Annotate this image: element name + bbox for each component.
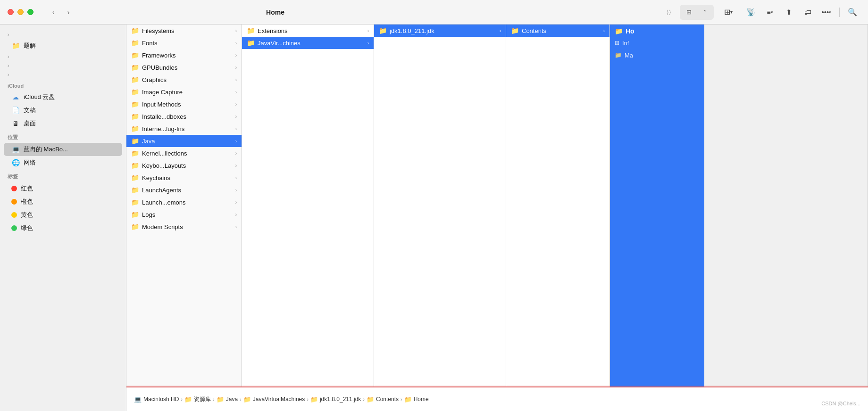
breadcrumb-contents[interactable]: 📁 Contents bbox=[367, 396, 399, 403]
sidebar-item-zhuomian[interactable]: 🖥 桌面 bbox=[4, 117, 122, 130]
sidebar-disclosure-4[interactable]: › bbox=[4, 70, 122, 79]
col1-keychains[interactable]: 📁 Keychains › bbox=[126, 172, 242, 184]
col4-contents[interactable]: 📁 Contents › bbox=[506, 25, 609, 37]
sidebar-item-macbook[interactable]: 💻 蓝冉的 MacBo... bbox=[4, 143, 122, 156]
sidebar-item-label-yellow: 黄色 bbox=[21, 211, 33, 219]
folder-icon: 📁 bbox=[615, 27, 623, 35]
maximize-button[interactable] bbox=[27, 9, 33, 15]
forward-button[interactable]: › bbox=[62, 6, 75, 19]
chevron-right-icon: › bbox=[235, 163, 237, 168]
computer-icon: 💻 bbox=[134, 396, 142, 403]
sidebar-item-label-macbook: 蓝冉的 MacBo... bbox=[24, 145, 68, 154]
sidebar-item-yellow-tag[interactable]: 黄色 bbox=[4, 208, 122, 222]
folder-icon: 📁 bbox=[131, 51, 139, 59]
breadcrumb-home[interactable]: 📁 Home bbox=[404, 396, 429, 403]
list-view-button[interactable]: ≡▾ bbox=[762, 6, 778, 19]
sidebar-item-green-tag[interactable]: 绿色 bbox=[4, 222, 122, 235]
column-view-button[interactable]: ⊞ bbox=[681, 6, 697, 19]
col1-modem-scripts[interactable]: 📁 Modem Scripts › bbox=[126, 221, 242, 233]
folder-icon: 📁 bbox=[511, 27, 519, 34]
col2-extensions[interactable]: 📁 Extensions › bbox=[242, 25, 374, 37]
sidebar-item-wengao[interactable]: 📄 文稿 bbox=[4, 104, 122, 117]
chevron-right-icon: › bbox=[235, 212, 237, 217]
sidebar-item-network[interactable]: 🌐 网络 bbox=[4, 156, 122, 169]
item-label: LaunchAgents bbox=[142, 187, 233, 194]
search-button[interactable]: 🔍 bbox=[844, 6, 860, 19]
breadcrumb-macintosh-hd[interactable]: 💻 Macintosh HD bbox=[134, 396, 179, 403]
col3-jdk[interactable]: 📁 jdk1.8.0_211.jdk › bbox=[374, 25, 506, 37]
col1-frameworks[interactable]: 📁 Frameworks › bbox=[126, 49, 242, 61]
col1-internet-plugins[interactable]: 📁 Interne...lug-Ins › bbox=[126, 123, 242, 135]
col1-keyboard-layouts[interactable]: 📁 Keybo...Layouts › bbox=[126, 159, 242, 172]
item-label: Contents bbox=[522, 27, 601, 34]
folder-icon: 📁 bbox=[131, 174, 139, 181]
sidebar-item-orange-tag[interactable]: 橙色 bbox=[4, 195, 122, 208]
col1-installedboxes[interactable]: 📁 Installe...dboxes › bbox=[126, 110, 242, 123]
sidebar-disclosure-2[interactable]: › bbox=[4, 52, 122, 61]
sidebar-favorites-disclosure[interactable]: › bbox=[4, 30, 122, 39]
breadcrumb-jdk[interactable]: 📁 jdk1.8.0_211.jdk bbox=[310, 396, 361, 403]
view-toggle-group: ⊞ ⌃ bbox=[680, 5, 714, 20]
share-button[interactable]: ⬆ bbox=[781, 6, 797, 19]
sidebar-disclosure-3[interactable]: › bbox=[4, 61, 122, 70]
folder-icon: 📁 bbox=[131, 198, 139, 206]
col1-kernel-collections[interactable]: 📁 Kernel...llections › bbox=[126, 147, 242, 159]
item-label: Installe...dboxes bbox=[142, 113, 233, 120]
folder-icon: 📁 bbox=[247, 39, 255, 47]
col1-logs[interactable]: 📁 Logs › bbox=[126, 208, 242, 221]
chevron-right-icon: › bbox=[235, 53, 237, 58]
item-label: JavaVir...chines bbox=[258, 40, 365, 47]
sidebar-item-label-red: 红色 bbox=[21, 184, 33, 193]
chevron-right-icon: › bbox=[235, 28, 237, 33]
toolbar-right: ⟩⟩ ⊞ ⌃ ⊞▾ 📡 ≡▾ ⬆ 🏷 •••▾ 🔍 bbox=[661, 5, 860, 20]
chevron-right-icon-3: › bbox=[8, 63, 13, 68]
folder-icon: 📁 bbox=[131, 211, 139, 218]
col5-inf[interactable]: ⊞ Inf bbox=[610, 37, 704, 49]
breadcrumb-jvm[interactable]: 📁 JavaVirtualMachines bbox=[243, 396, 305, 403]
col1-java[interactable]: 📁 Java › bbox=[126, 135, 242, 147]
folder-icon: 📁 bbox=[131, 88, 139, 96]
col1-input-methods[interactable]: 📁 Input Methods › bbox=[126, 98, 242, 110]
close-button[interactable] bbox=[8, 9, 14, 15]
col1-launchdaemons[interactable]: 📁 Launch...emons › bbox=[126, 196, 242, 208]
col5-header: 📁 Ho bbox=[610, 25, 704, 37]
breadcrumb-java[interactable]: 📁 Java bbox=[217, 396, 238, 403]
cloud-icon: ☁ bbox=[11, 93, 20, 101]
sidebar-item-tiji[interactable]: 📁 题解 bbox=[4, 39, 122, 52]
expand-sidebar-button[interactable]: ⟩⟩ bbox=[661, 6, 677, 19]
col1-graphics[interactable]: 📁 Graphics › bbox=[126, 74, 242, 86]
minimize-button[interactable] bbox=[17, 9, 24, 15]
col1-launchagents[interactable]: 📁 LaunchAgents › bbox=[126, 184, 242, 196]
chevron-right-icon: › bbox=[367, 41, 369, 46]
col1-filesystems[interactable]: 📁 Filesystems › bbox=[126, 25, 242, 37]
green-tag-dot bbox=[11, 225, 17, 231]
col1-gpubundles[interactable]: 📁 GPUBundles › bbox=[126, 61, 242, 74]
back-button[interactable]: ‹ bbox=[47, 6, 60, 19]
folder-icon: 📁 bbox=[247, 27, 255, 34]
tag-button[interactable]: 🏷 bbox=[800, 6, 816, 19]
chevron-right-icon: › bbox=[235, 188, 237, 193]
folder-icon: 📁 bbox=[131, 39, 139, 47]
breadcrumb-ziliaoku[interactable]: 📁 资源库 bbox=[184, 395, 211, 403]
item-label: Filesystems bbox=[142, 27, 233, 34]
orange-tag-dot bbox=[11, 199, 17, 205]
chevron-right-icon: › bbox=[235, 102, 237, 107]
col1-image-capture[interactable]: 📁 Image Capture › bbox=[126, 86, 242, 98]
item-label: Input Methods bbox=[142, 101, 233, 108]
col5-ma[interactable]: 📁 Ma bbox=[610, 49, 704, 61]
chevron-right-icon: › bbox=[603, 28, 605, 33]
group-by-button[interactable]: ⊞▾ bbox=[717, 6, 740, 19]
folder-icon: 📁 bbox=[404, 396, 412, 403]
col2-java-virtual-machines[interactable]: 📁 JavaVir...chines › bbox=[242, 37, 374, 49]
toolbar-separator bbox=[839, 8, 840, 17]
col5-title: Ho bbox=[626, 27, 634, 35]
folder-icon: 📁 bbox=[184, 396, 192, 403]
sidebar-item-icloud[interactable]: ☁ iCloud 云盘 bbox=[4, 90, 122, 104]
breadcrumb-sep-3: › bbox=[240, 396, 242, 402]
view-options-button[interactable]: ⌃ bbox=[697, 6, 713, 19]
more-button[interactable]: •••▾ bbox=[818, 6, 835, 19]
col1-fonts[interactable]: 📁 Fonts › bbox=[126, 37, 242, 49]
sidebar-item-red-tag[interactable]: 红色 bbox=[4, 182, 122, 195]
airdrop-button[interactable]: 📡 bbox=[743, 6, 759, 19]
chevron-right-icon: › bbox=[235, 126, 237, 132]
